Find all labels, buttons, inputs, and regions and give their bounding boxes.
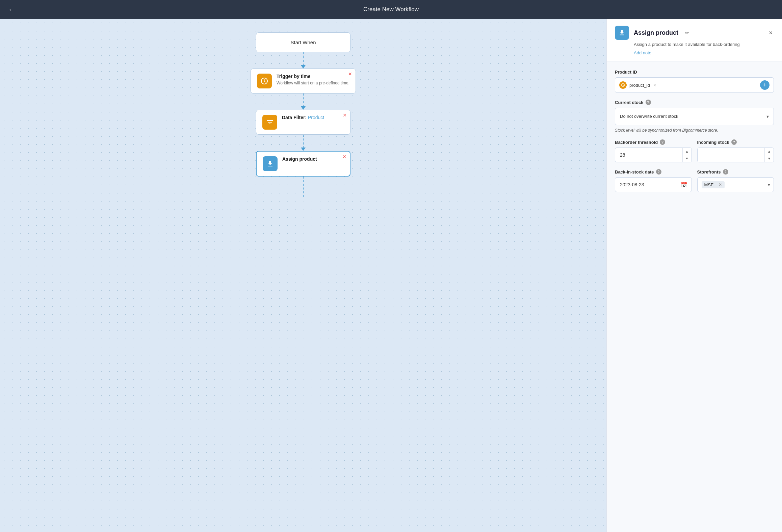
panel-close-button[interactable]: ×	[767, 28, 774, 38]
filter-close-button[interactable]: ✕	[343, 113, 347, 117]
product-tag-value: product_id	[629, 83, 650, 88]
connector-4	[303, 177, 304, 197]
trigger-content: Trigger by time Workflow will start on a…	[277, 74, 349, 86]
right-panel: Assign product ✏ × Assign a product to m…	[606, 19, 782, 532]
incoming-stepper-down-button[interactable]: ▼	[765, 155, 774, 162]
trigger-close-button[interactable]: ✕	[348, 72, 352, 76]
stepper-down-button[interactable]: ▼	[683, 155, 692, 162]
connector-line	[303, 52, 304, 66]
storefronts-section: Storefronts ? MSF... ✕ ▾	[697, 169, 774, 192]
incoming-stock-section: Incoming stock ? ▲ ▼	[697, 139, 774, 162]
connector-arrow	[301, 65, 306, 69]
back-button[interactable]: ←	[8, 6, 15, 14]
connector-arrow-3	[301, 148, 306, 151]
connector-line-4	[303, 177, 304, 197]
panel-body: Product ID product_id × +	[607, 61, 782, 200]
assign-icon-bg	[263, 156, 278, 171]
back-in-stock-date-input[interactable]: 2023-08-23 📅	[615, 177, 692, 192]
assign-title: Assign product	[282, 156, 344, 162]
stepper-up-button[interactable]: ▲	[683, 148, 692, 155]
connector-1	[301, 52, 306, 69]
threshold-incoming-row: Backorder threshold ? 28 ▲ ▼ Incoming s	[615, 139, 774, 162]
filter-node[interactable]: Data Filter: Product ✕	[256, 110, 350, 135]
start-node[interactable]: Start When	[256, 32, 350, 52]
storefront-tag-remove-button[interactable]: ✕	[719, 182, 722, 187]
filter-title: Data Filter: Product	[282, 115, 344, 120]
add-note-button[interactable]: Add note	[634, 50, 651, 55]
calendar-icon[interactable]: 📅	[681, 182, 687, 188]
assign-close-button[interactable]: ✕	[342, 154, 346, 159]
panel-title: Assign product	[634, 29, 678, 36]
panel-title-left: Assign product ✏	[615, 26, 689, 40]
trigger-icon	[257, 74, 272, 88]
connector-2	[301, 94, 306, 110]
storefront-tag-value: MSF...	[704, 182, 717, 187]
connector-arrow-2	[301, 106, 306, 110]
assign-icon	[266, 160, 274, 168]
incoming-stepper-up-button[interactable]: ▲	[765, 148, 774, 155]
clock-small-icon	[621, 83, 625, 87]
product-id-label: Product ID	[615, 70, 774, 75]
product-id-section: Product ID product_id × +	[615, 70, 774, 93]
current-stock-hint: Stock level will be synchronized from Bi…	[615, 128, 774, 133]
storefront-tag: MSF... ✕	[702, 181, 725, 188]
incoming-stock-help-icon[interactable]: ?	[731, 139, 737, 145]
storefronts-label: Storefronts ?	[697, 169, 774, 175]
start-node-label: Start When	[290, 39, 316, 45]
current-stock-section: Current stock ? Do not overwrite current…	[615, 100, 774, 133]
storefronts-select[interactable]: MSF... ✕ ▾	[697, 177, 774, 192]
back-in-stock-date-help-icon[interactable]: ?	[656, 169, 661, 175]
trigger-node[interactable]: Trigger by time Workflow will start on a…	[251, 69, 356, 94]
panel-header: Assign product ✏ × Assign a product to m…	[607, 19, 782, 61]
connector-line-2	[303, 94, 304, 107]
date-storefronts-row: Back-in-stock date ? 2023-08-23 📅 Storef…	[615, 169, 774, 192]
filter-icon	[266, 118, 274, 126]
storefronts-arrow-icon: ▾	[768, 182, 770, 187]
current-stock-value: Do not overwrite current stock	[620, 113, 678, 119]
filter-icon-bg	[262, 115, 277, 130]
current-stock-help-icon[interactable]: ?	[646, 100, 651, 105]
product-id-input[interactable]: product_id × +	[615, 77, 774, 93]
trigger-subtitle: Workflow will start on a pre-defined tim…	[277, 80, 349, 86]
backorder-threshold-input[interactable]: 28 ▲ ▼	[615, 148, 692, 162]
product-tag-icon-bg	[619, 81, 627, 89]
clock-icon	[260, 77, 268, 85]
flow-container: Start When Trigger by time Workflow will…	[251, 32, 356, 197]
connector-3	[301, 135, 306, 151]
current-stock-label: Current stock ?	[615, 100, 774, 105]
product-tag-remove-button[interactable]: ×	[653, 82, 657, 88]
panel-edit-icon[interactable]: ✏	[685, 30, 689, 35]
backorder-threshold-help-icon[interactable]: ?	[660, 139, 665, 145]
back-in-stock-date-label: Back-in-stock date ?	[615, 169, 692, 175]
backorder-threshold-section: Backorder threshold ? 28 ▲ ▼	[615, 139, 692, 162]
incoming-stock-label: Incoming stock ?	[697, 139, 774, 145]
main-layout: Start When Trigger by time Workflow will…	[0, 19, 782, 532]
product-id-add-button[interactable]: +	[760, 80, 770, 90]
current-stock-arrow-icon: ▾	[766, 114, 769, 119]
incoming-stock-input[interactable]: ▲ ▼	[697, 148, 774, 162]
current-stock-select[interactable]: Do not overwrite current stock ▾	[615, 108, 774, 125]
panel-description: Assign a product to make it available fo…	[634, 42, 774, 47]
filter-content: Data Filter: Product	[282, 115, 344, 122]
trigger-title: Trigger by time	[277, 74, 349, 79]
assign-content: Assign product	[282, 156, 344, 163]
panel-title-row: Assign product ✏ ×	[615, 26, 774, 40]
stepper-buttons: ▲ ▼	[682, 148, 692, 162]
product-tag: product_id ×	[619, 81, 657, 89]
connector-line-3	[303, 135, 304, 148]
incoming-stepper-buttons: ▲ ▼	[764, 148, 774, 162]
panel-assign-icon	[618, 29, 626, 36]
backorder-threshold-value: 28	[620, 152, 625, 158]
header-title: Create New Workflow	[363, 6, 419, 13]
back-in-stock-date-section: Back-in-stock date ? 2023-08-23 📅	[615, 169, 692, 192]
panel-icon-bg	[615, 26, 629, 40]
backorder-threshold-label: Backorder threshold ?	[615, 139, 692, 145]
back-in-stock-date-value: 2023-08-23	[620, 182, 644, 187]
workflow-canvas: Start When Trigger by time Workflow will…	[0, 19, 606, 532]
assign-node[interactable]: Assign product ✕	[256, 151, 350, 177]
storefronts-help-icon[interactable]: ?	[723, 169, 728, 175]
app-header: ← Create New Workflow	[0, 0, 782, 19]
